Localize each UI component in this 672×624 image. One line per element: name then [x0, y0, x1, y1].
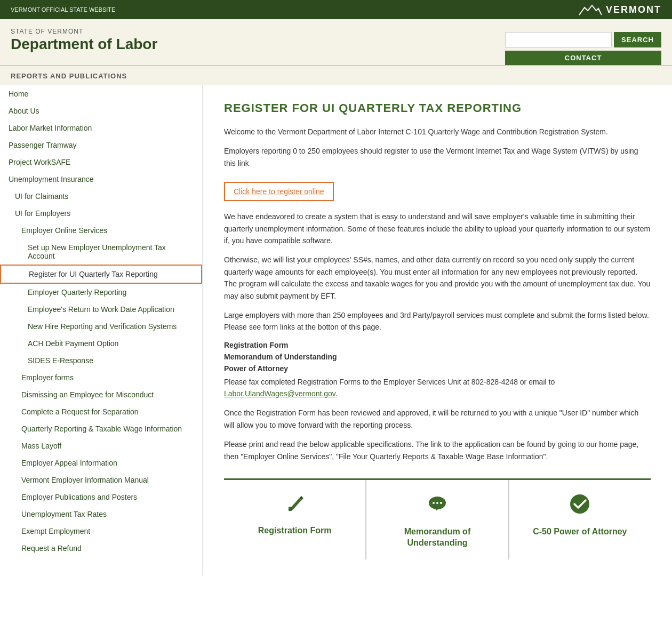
email-link[interactable]: Labor.UlandWages@vermont.gov: [224, 389, 335, 398]
content-para-6: Please fax completed Registration Forms …: [224, 376, 651, 400]
content-para-5: Large employers with more than 250 emplo…: [224, 309, 651, 333]
sidebar-item-ach-debit[interactable]: ACH Debit Payment Option: [0, 335, 202, 352]
heading-registration-form: Registration Form: [224, 341, 651, 349]
vermont-mountain-icon: [578, 3, 602, 16]
content-para-8: Please print and read the below applicab…: [224, 438, 651, 462]
svg-point-5: [440, 502, 442, 504]
sidebar-item-register-ui-quarterly[interactable]: Register for UI Quarterly Tax Reporting: [0, 265, 202, 284]
content-para-4: Otherwise, we will list your employees' …: [224, 254, 651, 302]
register-online-link[interactable]: Click here to register online: [234, 187, 324, 196]
contact-button[interactable]: CONTACT: [505, 51, 661, 65]
sidebar-item-employer-quarterly-reporting[interactable]: Employer Quarterly Reporting: [0, 284, 202, 301]
dept-label: Department of Labor: [11, 35, 157, 53]
heading-memorandum: Memorandum of Understanding: [224, 353, 651, 361]
sidebar-item-employer-online-services[interactable]: Employer Online Services: [0, 222, 202, 239]
svg-point-4: [436, 502, 438, 504]
content-para-2: Employers reporting 0 to 250 employees s…: [224, 145, 651, 169]
content-para-1: Welcome to the Vermont Department of Lab…: [224, 126, 651, 138]
sidebar-item-new-hire-reporting[interactable]: New Hire Reporting and Verification Syst…: [0, 318, 202, 335]
content-para-3: We have endeavored to create a system th…: [224, 211, 651, 246]
register-link-box: Click here to register online: [224, 182, 334, 201]
site-header: STATE OF VERMONT Department of Labor SEA…: [0, 19, 672, 65]
sidebar-item-mass-layoff[interactable]: Mass Layoff: [0, 437, 202, 454]
sidebar-item-employer-publications[interactable]: Employer Publications and Posters: [0, 489, 202, 506]
sidebar-item-setup-new-employer[interactable]: Set up New Employer Unemployment Tax Acc…: [0, 239, 202, 265]
org-name: STATE OF VERMONT Department of Labor: [11, 28, 157, 53]
sidebar-item-employer-forms[interactable]: Employer forms: [0, 369, 202, 386]
memorandum-card-label: Memorandum of Understanding: [375, 526, 499, 549]
sidebar-item-ui-employers[interactable]: UI for Employers: [0, 205, 202, 222]
bottom-cards: Registration FormMemorandum of Understan…: [224, 478, 651, 559]
sidebar-item-quarterly-reporting-taxable[interactable]: Quarterly Reporting & Taxable Wage Infor…: [0, 420, 202, 437]
registration-form-card-label: Registration Form: [258, 525, 332, 537]
search-row: SEARCH: [505, 32, 661, 47]
sidebar-item-about-us[interactable]: About Us: [0, 102, 202, 119]
sidebar-item-labor-market[interactable]: Labor Market Information: [0, 119, 202, 137]
sidebar-item-unemployment-insurance[interactable]: Unemployment Insurance: [0, 171, 202, 188]
search-input[interactable]: [505, 32, 612, 47]
memorandum-card[interactable]: Memorandum of Understanding: [366, 480, 509, 559]
svg-point-3: [433, 502, 435, 504]
memorandum-card-icon: [426, 493, 449, 520]
sidebar-item-unemployment-tax-rates[interactable]: Unemployment Tax Rates: [0, 506, 202, 523]
sidebar-item-sides-eresponse[interactable]: SIDES E-Response: [0, 352, 202, 369]
sidebar-item-ui-claimants[interactable]: UI for Claimants: [0, 188, 202, 205]
registration-form-card-icon: [284, 493, 306, 519]
sidebar: HomeAbout UsLabor Market InformationPass…: [0, 85, 203, 575]
sidebar-item-dismissing-employee[interactable]: Dismissing an Employee for Misconduct: [0, 386, 202, 403]
sidebar-item-request-refund[interactable]: Request a Refund: [0, 540, 202, 557]
site-label: VERMONT OFFICIAL STATE WEBSITE: [11, 6, 115, 13]
svg-point-6: [570, 494, 589, 514]
search-button[interactable]: SEARCH: [614, 32, 661, 47]
content-para-7: Once the Registration Form has been revi…: [224, 407, 651, 431]
sidebar-item-project-worksafe[interactable]: Project WorkSAFE: [0, 154, 202, 171]
registration-form-card[interactable]: Registration Form: [224, 480, 366, 559]
sidebar-item-passenger-tramway[interactable]: Passenger Tramway: [0, 137, 202, 154]
page-title: REGISTER FOR UI QUARTERLY TAX REPORTING: [224, 101, 651, 115]
nav-label: REPORTS AND PUBLICATIONS: [11, 72, 127, 80]
vt-logo-text: VERMONT: [606, 4, 661, 15]
sidebar-item-employer-appeal[interactable]: Employer Appeal Information: [0, 454, 202, 471]
state-label: STATE OF VERMONT: [11, 28, 157, 35]
c50-power-card-label: C-50 Power of Attorney: [533, 526, 627, 538]
sidebar-item-request-separation[interactable]: Complete a Request for Separation: [0, 403, 202, 420]
vt-logo: VERMONT: [578, 3, 661, 16]
header-right: SEARCH CONTACT: [505, 28, 661, 65]
top-banner: VERMONT OFFICIAL STATE WEBSITE VERMONT: [0, 0, 672, 19]
c50-power-card-icon: [569, 493, 591, 520]
content-area: REGISTER FOR UI QUARTERLY TAX REPORTING …: [203, 85, 672, 575]
main-layout: HomeAbout UsLabor Market InformationPass…: [0, 85, 672, 575]
nav-bar: REPORTS AND PUBLICATIONS: [0, 65, 672, 85]
sidebar-item-vt-employer-manual[interactable]: Vermont Employer Information Manual: [0, 471, 202, 489]
sidebar-item-home[interactable]: Home: [0, 85, 202, 102]
heading-power-of-attorney: Power of Attorney: [224, 364, 651, 373]
sidebar-item-employee-return-work[interactable]: Employee's Return to Work Date Applicati…: [0, 301, 202, 318]
sidebar-item-exempt-employment[interactable]: Exempt Employment: [0, 523, 202, 540]
svg-marker-2: [435, 508, 439, 510]
c50-power-card[interactable]: C-50 Power of Attorney: [509, 480, 651, 559]
